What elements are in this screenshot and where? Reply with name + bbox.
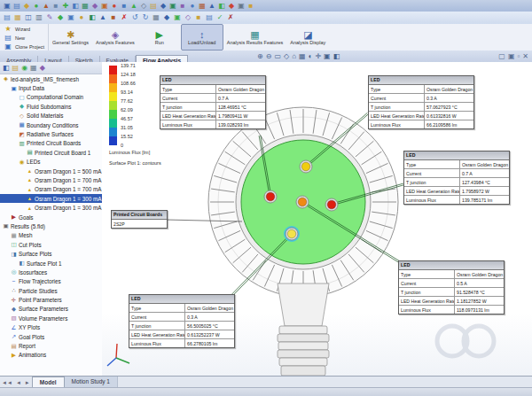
toolbar-icon[interactable]: ▥ <box>35 13 43 22</box>
toolbar-icon[interactable]: ↺ <box>130 13 139 22</box>
toolbar-icon[interactable]: ■ <box>194 13 203 22</box>
toolbar-icon[interactable]: ▦ <box>198 2 207 11</box>
viewport-control-icon[interactable]: ▫ <box>517 52 520 60</box>
viewport-control-icon[interactable]: ▢ <box>498 52 505 60</box>
toolbar-icon[interactable]: ▣ <box>100 2 109 11</box>
tree-item-isosurfaces[interactable]: ◎Isosurfaces <box>0 268 102 276</box>
tree-toolbar-icon[interactable]: ▤ <box>12 64 20 72</box>
load-unload-button[interactable]: ↕Load/Unload <box>181 24 223 50</box>
toolbar-icon[interactable]: ■ <box>51 2 60 11</box>
analysis-display-button[interactable]: ◪Analysis Display <box>286 24 329 50</box>
toolbar-icon[interactable]: ▣ <box>3 2 12 11</box>
tree-item-computational-domain[interactable]: ▢Computational Domain <box>0 93 102 102</box>
toolbar-icon[interactable]: ● <box>188 2 197 11</box>
tree-item-goals[interactable]: ▶Goals <box>0 213 102 221</box>
view-tool-icon[interactable]: ▣ <box>324 52 331 60</box>
tree-item-surface-plots[interactable]: ◨Surface Plots <box>0 249 102 258</box>
tree-item-printed-circuit-board-1[interactable]: ▤Printed Circuit Board 1 <box>0 148 102 157</box>
toolbar-icon[interactable]: ◇ <box>184 13 192 22</box>
toolbar-icon[interactable]: ✓ <box>215 13 224 22</box>
tree-item-surface-parameters[interactable]: ◆Surface Parameters <box>0 305 102 314</box>
view-tool-icon[interactable]: ✛ <box>315 52 321 60</box>
toolbar-icon[interactable]: ▲ <box>42 2 51 11</box>
toolbar-icon[interactable]: ◆ <box>22 2 31 11</box>
toolbar-icon[interactable]: ● <box>77 13 86 22</box>
analysis-features-button[interactable]: ◈Analysis Features <box>92 24 138 50</box>
toolbar-icon[interactable]: ▲ <box>129 2 138 11</box>
toolbar-icon[interactable]: ◧ <box>217 2 226 11</box>
tree-item-printed-circuit-boards[interactable]: ▥Printed Circuit Boards <box>0 139 102 148</box>
toolbar-icon[interactable]: ▤ <box>3 13 12 22</box>
tree-item-cut-plots[interactable]: ◫Cut Plots <box>0 240 102 249</box>
tree-item-osram-dragon-1-300-ma[interactable]: ▴Osram Dragon 1 = 300 mA <box>0 194 102 203</box>
tree-item-osram-dragon-1-500-ma[interactable]: ▴Osram Dragon 1 = 500 mA <box>0 167 102 175</box>
pcb-callout[interactable]: Printed Circuit Boards 2S2P <box>111 210 168 229</box>
tree-toolbar-icon[interactable]: ◆ <box>40 64 45 72</box>
view-tool-icon[interactable]: ▭ <box>274 52 281 60</box>
toolbar-icon[interactable]: ◫ <box>24 13 33 22</box>
tree-item-radiative-surfaces[interactable]: ◩Radiative Surfaces <box>0 129 102 138</box>
tree-item-solid-materials[interactable]: ◇Solid Materials <box>0 112 102 120</box>
view-tool-icon[interactable]: ▦ <box>299 52 306 60</box>
tree-item-leds[interactable]: ◉LEDs <box>0 158 102 167</box>
toolbar-icon[interactable]: ● <box>110 2 119 11</box>
graphics-viewport[interactable]: 139.71124.18108.6693.1477.6262.0946.5731… <box>102 62 532 376</box>
callout-bottom-right[interactable]: LED Type Osram Golden Dragon Current 0.5… <box>398 260 505 314</box>
model-tab-motion-study-1[interactable]: Motion Study 1 <box>65 377 118 387</box>
new-button[interactable]: ▤New <box>4 34 44 43</box>
toolbar-icon[interactable]: ◧ <box>71 2 80 11</box>
callout-bottom-left[interactable]: LED Type Osram Golden Dragon Current 0.3… <box>129 294 235 348</box>
led-left-red[interactable] <box>264 190 277 203</box>
toolbar-icon[interactable]: ◆ <box>162 13 171 22</box>
tree-item-osram-dragon-1-700-ma-2-[interactable]: ▴Osram Dragon 1 = 700 mA (2) <box>0 185 102 194</box>
view-tool-icon[interactable]: ⊖ <box>266 52 272 60</box>
view-tool-icon[interactable]: ◐ <box>309 52 313 60</box>
tree-item-animations[interactable]: ▶Animations <box>0 351 102 360</box>
tree-item-point-parameters[interactable]: ✛Point Parameters <box>0 295 102 304</box>
toolbar-icon[interactable]: ◆ <box>159 2 168 11</box>
toolbar-icon[interactable]: ▤ <box>205 13 214 22</box>
tree-item-report[interactable]: ▤Report <box>0 341 102 350</box>
analysis-results-features-button[interactable]: ▦Analysis Results Features <box>223 24 287 50</box>
led-right-red[interactable] <box>325 198 338 211</box>
tree-item-osram-dragon-1-300-ma-2-[interactable]: ▴Osram Dragon 1 = 300 mA (2) <box>0 203 102 212</box>
toolbar-icon[interactable]: ● <box>32 2 41 11</box>
toolbar-icon[interactable]: ▦ <box>13 13 22 22</box>
view-tool-icon[interactable]: ⊕ <box>257 52 263 60</box>
tree-item-flow-trajectories[interactable]: ~Flow Trajectories <box>0 277 102 286</box>
tree-item-surface-plot-1[interactable]: ◧Surface Plot 1 <box>0 259 102 268</box>
tree-item-fluid-subdomains[interactable]: ◆Fluid Subdomains <box>0 102 102 111</box>
callout-top-left[interactable]: LED Type Osram Golden Dragon Current 0.7… <box>160 75 266 129</box>
toolbar-icon[interactable]: ▦ <box>81 2 90 11</box>
toolbar-icon[interactable]: ▣ <box>173 13 182 22</box>
toolbar-icon[interactable]: ◧ <box>88 13 97 22</box>
callout-right[interactable]: LED Type Osram Golden Dragon Current 0.7… <box>403 151 510 205</box>
tree-toolbar-icon[interactable]: ◧ <box>3 64 10 72</box>
tree-toolbar-icon[interactable]: ▦ <box>30 64 37 72</box>
toolbar-icon[interactable]: ■ <box>178 2 187 11</box>
toolbar-icon[interactable]: ■ <box>109 13 118 22</box>
toolbar-icon[interactable]: ✎ <box>45 13 54 22</box>
view-tool-icon[interactable]: ⌂ <box>292 52 296 60</box>
led-top-yellow[interactable] <box>300 160 312 173</box>
toolbar-icon[interactable]: ✗ <box>226 13 235 22</box>
toolbar-icon[interactable]: ▤ <box>12 2 21 11</box>
tree-item-led-analysis-ims-finemesh[interactable]: ◈led-analysis_IMS_finemesh <box>0 74 102 83</box>
tree-item-mesh[interactable]: ▦Mesh <box>0 231 102 240</box>
view-tool-icon[interactable]: ◧ <box>333 52 340 60</box>
toolbar-icon[interactable]: ◆ <box>90 2 99 11</box>
led-center-orange[interactable] <box>296 196 309 208</box>
viewport-control-icon[interactable]: ▣ <box>508 52 515 60</box>
run-button[interactable]: ▶Run <box>138 24 181 50</box>
toolbar-icon[interactable]: ▤ <box>149 2 158 11</box>
tree-item-osram-dragon-1-700-ma[interactable]: ▴Osram Dragon 1 = 700 mA <box>0 175 102 184</box>
view-tool-icon[interactable]: ◇ <box>284 52 289 60</box>
tree-toolbar-icon[interactable]: ◉ <box>21 64 27 72</box>
viewport-control-icon[interactable]: ✕ <box>522 52 528 60</box>
toolbar-icon[interactable]: ▲ <box>98 13 107 22</box>
led-bottom-yellow-cyan[interactable] <box>284 226 300 242</box>
toolbar-icon[interactable]: ✗ <box>120 13 129 22</box>
toolbar-icon[interactable]: ▲ <box>207 2 216 11</box>
tree-item-input-data[interactable]: ▣Input Data <box>0 83 102 92</box>
tree-item-goal-plots[interactable]: ↗Goal Plots <box>0 332 102 341</box>
